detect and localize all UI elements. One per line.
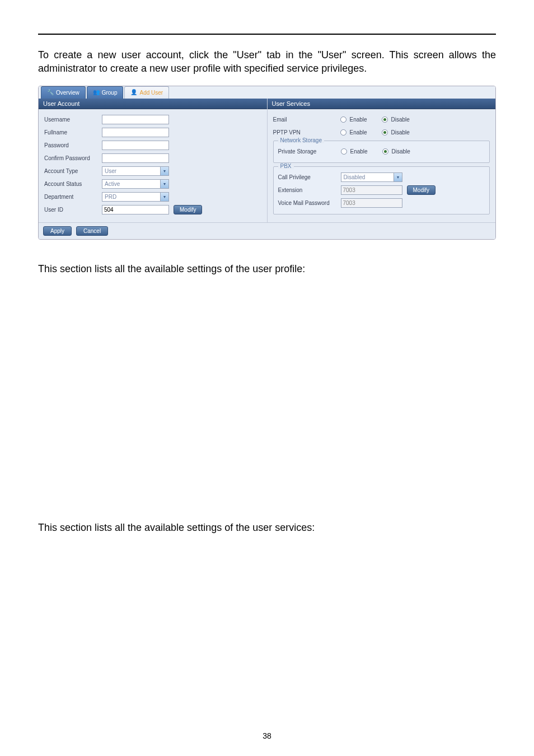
tab-overview[interactable]: 🔧 Overview: [41, 86, 86, 99]
chevron-down-icon: ▾: [160, 180, 168, 188]
extension-input: [341, 185, 402, 195]
panel-body: User Account Username Fullname Password: [39, 99, 495, 222]
wrench-icon: 🔧: [47, 90, 54, 95]
tabs-row: 🔧 Overview 👥 Group 👤 Add User: [39, 86, 495, 99]
account-type-label: Account Type: [44, 168, 97, 174]
chevron-down-icon: ▾: [160, 193, 168, 201]
user-services-col: User Services Email Enable Disable: [268, 99, 496, 222]
password-label: Password: [44, 142, 97, 148]
enable-label: Enable: [350, 148, 368, 155]
username-input[interactable]: [102, 115, 169, 124]
bottom-bar: Apply Cancel: [39, 222, 495, 239]
user-panel: 🔧 Overview 👥 Group 👤 Add User User Accou…: [38, 86, 496, 240]
apply-button[interactable]: Apply: [43, 226, 72, 236]
tab-add-user-label: Add User: [139, 90, 163, 96]
intro-text: To create a new user account, click the …: [38, 48, 496, 76]
disable-label: Disable: [391, 129, 410, 136]
voice-mail-pw-input: [341, 198, 402, 208]
top-rule: [38, 34, 496, 35]
user-id-label: User ID: [44, 207, 97, 213]
services-section-text: This section lists all the available set…: [38, 521, 496, 534]
department-value: PRD: [102, 194, 160, 200]
user-services-body: Email Enable Disable: [268, 109, 496, 222]
user-account-header: User Account: [39, 99, 267, 109]
pbx-legend: PBX: [278, 163, 294, 169]
profile-section-text: This section lists all the available set…: [38, 262, 496, 276]
private-storage-label: Private Storage: [278, 148, 341, 155]
enable-label: Enable: [350, 129, 367, 136]
page-number: 38: [0, 731, 534, 740]
modify-button-right[interactable]: Modify: [407, 185, 435, 195]
call-privilege-value: Disabled: [341, 174, 394, 180]
account-status-value: Active: [102, 181, 160, 187]
confirm-password-label: Confirm Password: [44, 155, 97, 161]
confirm-password-input[interactable]: [102, 153, 169, 163]
pptp-enable-radio[interactable]: [340, 129, 346, 136]
account-type-select[interactable]: User ▾: [102, 166, 169, 176]
tab-overview-label: Overview: [56, 90, 79, 96]
voice-mail-pw-label: Voice Mail Password: [278, 200, 341, 206]
call-privilege-select[interactable]: Disabled ▾: [341, 172, 402, 182]
user-account-col: User Account Username Fullname Password: [39, 99, 268, 222]
cancel-button[interactable]: Cancel: [76, 226, 108, 236]
call-privilege-label: Call Privilege: [278, 174, 341, 180]
group-icon: 👥: [93, 90, 100, 95]
account-status-label: Account Status: [44, 181, 97, 187]
department-select[interactable]: PRD ▾: [102, 192, 169, 202]
user-account-body: Username Fullname Password Confirm Passw…: [39, 109, 267, 222]
user-id-input[interactable]: [102, 205, 169, 214]
email-label: Email: [273, 116, 340, 123]
private-storage-enable-radio[interactable]: [341, 148, 347, 155]
tab-group-label: Group: [102, 90, 118, 96]
chevron-down-icon: ▾: [160, 167, 168, 175]
tab-add-user[interactable]: 👤 Add User: [124, 86, 169, 99]
account-status-select[interactable]: Active ▾: [102, 179, 169, 189]
chevron-down-icon: ▾: [394, 173, 402, 181]
user-services-header: User Services: [268, 99, 496, 109]
username-label: Username: [44, 116, 97, 123]
department-label: Department: [44, 194, 97, 200]
extension-label: Extension: [278, 187, 341, 193]
password-input[interactable]: [102, 141, 169, 150]
disable-label: Disable: [391, 116, 410, 123]
email-enable-radio[interactable]: [340, 116, 346, 123]
fullname-input[interactable]: [102, 128, 169, 137]
fullname-label: Fullname: [44, 129, 97, 136]
account-type-value: User: [102, 168, 160, 174]
private-storage-disable-radio[interactable]: [382, 148, 388, 155]
network-storage-fieldset: Network Storage Private Storage Enable: [273, 141, 490, 163]
pbx-fieldset: PBX Call Privilege Disabled ▾ Extension: [273, 166, 490, 214]
person-icon: 👤: [130, 90, 137, 95]
enable-label: Enable: [350, 116, 367, 123]
pptp-disable-radio[interactable]: [382, 129, 388, 136]
pptp-label: PPTP VPN: [273, 129, 340, 136]
tab-group[interactable]: 👥 Group: [87, 86, 124, 99]
network-storage-legend: Network Storage: [278, 137, 324, 143]
disable-label: Disable: [392, 148, 410, 155]
modify-button-left[interactable]: Modify: [174, 205, 202, 214]
email-disable-radio[interactable]: [382, 116, 388, 123]
